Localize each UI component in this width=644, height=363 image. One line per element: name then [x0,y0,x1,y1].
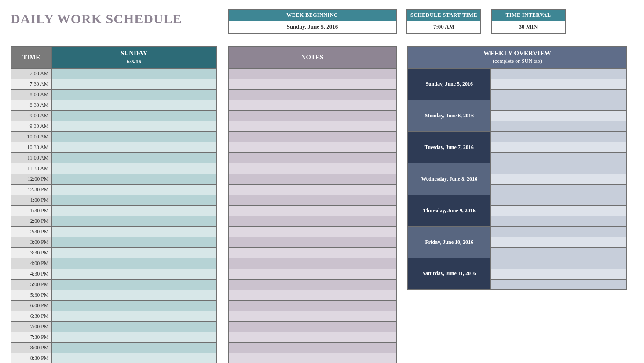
notes-row [228,353,396,363]
schedule-slot[interactable] [51,131,217,142]
notes-cell[interactable] [228,79,396,89]
schedule-slot[interactable] [51,205,217,216]
time-cell: 3:30 PM [11,247,51,258]
time-cell: 1:30 PM [11,205,51,216]
overview-value-cell[interactable] [490,184,627,195]
overview-value-cell[interactable] [490,269,627,279]
schedule-slot[interactable] [51,258,217,269]
schedule-slot[interactable] [51,353,217,363]
notes-cell[interactable] [228,163,396,174]
overview-value-cell[interactable] [490,79,627,89]
overview-value-cell[interactable] [490,216,627,226]
time-cell: 5:00 PM [11,279,51,290]
time-cell: 4:30 PM [11,269,51,279]
overview-value-cell[interactable] [490,163,627,174]
notes-cell[interactable] [228,152,396,163]
overview-value-cell[interactable] [490,195,627,205]
notes-cell[interactable] [228,237,396,247]
schedule-slot[interactable] [51,311,217,321]
notes-cell[interactable] [228,311,396,321]
notes-cell[interactable] [228,353,396,363]
schedule-slot[interactable] [51,142,217,152]
notes-cell[interactable] [228,342,396,353]
notes-cell[interactable] [228,195,396,205]
schedule-slot[interactable] [51,290,217,300]
time-cell: 11:30 AM [11,163,51,174]
overview-value-cell[interactable] [490,205,627,216]
notes-cell[interactable] [228,89,396,100]
overview-value-cell[interactable] [490,131,627,142]
schedule-slot[interactable] [51,332,217,342]
time-cell: 3:00 PM [11,237,51,247]
schedule-slot[interactable] [51,195,217,205]
schedule-slot[interactable] [51,89,217,100]
schedule-slot[interactable] [51,279,217,290]
schedule-start-time-value[interactable]: 7:00 AM [407,21,480,33]
notes-cell[interactable] [228,205,396,216]
schedule-slot[interactable] [51,184,217,195]
overview-value-cell[interactable] [490,142,627,152]
notes-cell[interactable] [228,269,396,279]
notes-cell[interactable] [228,258,396,269]
schedule-slot[interactable] [51,121,217,131]
overview-value-cell[interactable] [490,174,627,184]
time-cell: 12:00 PM [11,174,51,184]
notes-cell[interactable] [228,321,396,332]
notes-cell[interactable] [228,184,396,195]
notes-cell[interactable] [228,142,396,152]
schedule-slot[interactable] [51,174,217,184]
schedule-slot[interactable] [51,79,217,89]
schedule-row: 11:00 AM [11,152,217,163]
schedule-slot[interactable] [51,321,217,332]
overview-day-cell: Wednesday, June 8, 2016 [408,163,490,195]
schedule-slot[interactable] [51,226,217,237]
notes-cell[interactable] [228,290,396,300]
notes-cell[interactable] [228,100,396,110]
time-cell: 7:00 AM [11,68,51,79]
schedule-slot[interactable] [51,68,217,79]
notes-cell[interactable] [228,174,396,184]
weekly-overview-title: WEEKLY OVERVIEW [483,50,551,57]
overview-value-cell[interactable] [490,110,627,121]
notes-cell[interactable] [228,332,396,342]
time-interval-box: TIME INTERVAL 30 MIN [491,9,566,34]
notes-cell[interactable] [228,300,396,311]
schedule-row: 7:00 AM [11,68,217,79]
schedule-slot[interactable] [51,163,217,174]
schedule-slot[interactable] [51,269,217,279]
schedule-slot[interactable] [51,100,217,110]
schedule-row: 3:30 PM [11,247,217,258]
time-cell: 6:00 PM [11,300,51,311]
week-beginning-value[interactable]: Sunday, June 5, 2016 [229,21,396,33]
schedule-slot[interactable] [51,216,217,226]
overview-value-cell[interactable] [490,258,627,269]
overview-value-cell[interactable] [490,152,627,163]
schedule-slot[interactable] [51,247,217,258]
schedule-slot[interactable] [51,152,217,163]
schedule-slot[interactable] [51,110,217,121]
overview-value-cell[interactable] [490,226,627,237]
notes-cell[interactable] [228,279,396,290]
overview-day-cell: Saturday, June 11, 2016 [408,258,490,290]
overview-value-cell[interactable] [490,237,627,247]
time-cell: 9:30 AM [11,121,51,131]
schedule-slot[interactable] [51,300,217,311]
overview-value-cell[interactable] [490,121,627,131]
overview-value-cell[interactable] [490,279,627,290]
overview-value-cell[interactable] [490,100,627,110]
schedule-slot[interactable] [51,342,217,353]
notes-cell[interactable] [228,226,396,237]
overview-value-cell[interactable] [490,247,627,258]
notes-cell[interactable] [228,110,396,121]
time-interval-value[interactable]: 30 MIN [492,21,565,33]
notes-cell[interactable] [228,247,396,258]
notes-row [228,100,396,110]
notes-cell[interactable] [228,121,396,131]
overview-value-cell[interactable] [490,89,627,100]
schedule-slot[interactable] [51,237,217,247]
overview-value-cell[interactable] [490,68,627,79]
notes-cell[interactable] [228,68,396,79]
notes-cell[interactable] [228,216,396,226]
notes-cell[interactable] [228,131,396,142]
notes-row [228,163,396,174]
